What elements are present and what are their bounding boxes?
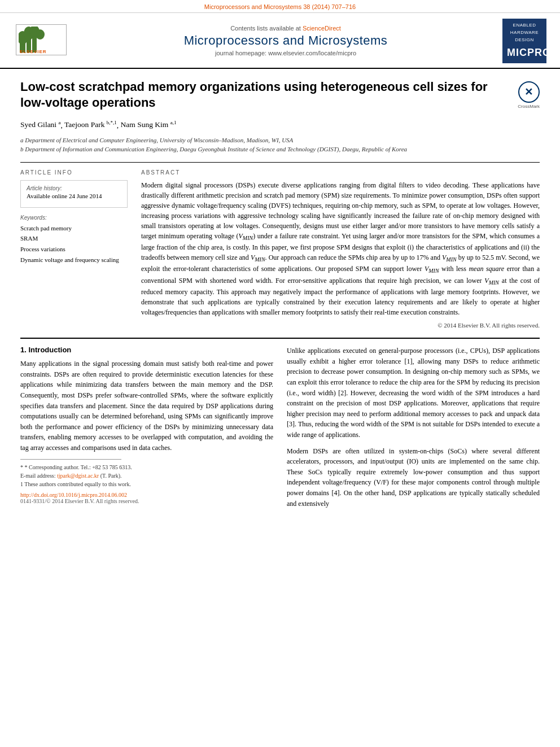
micpro-logo-area: ENABLED HARDWARE DESIGN MICPRO: [499, 19, 550, 63]
journal-center-info: Contents lists available at ScienceDirec…: [78, 25, 493, 56]
email-label-inner: E-mail address:: [20, 473, 57, 479]
issn-line: 0141-9331/© 2014 Elsevier B.V. All right…: [20, 498, 273, 504]
equal-contrib-note: 1 These authors contributed equally to t…: [20, 480, 273, 488]
keyword-item: Process variations: [20, 244, 128, 255]
abstract-text: Modern digital signal processors (DSPs) …: [141, 180, 540, 318]
micpro-label: MICPRO: [507, 46, 542, 60]
introduction-section: 1. Introduction Many applications in the…: [20, 346, 540, 514]
keywords-section: Keywords: Scratch pad memorySRAMProcess …: [20, 215, 128, 265]
journal-citation-text: Microprocessors and Microsystems 38 (201…: [204, 3, 356, 10]
abstract-column: ABSTRACT Modern digital signal processor…: [141, 169, 540, 329]
email-link-inner[interactable]: tjpark@dgist.ac.kr: [57, 473, 99, 479]
svg-text:ELSEVIER: ELSEVIER: [20, 49, 47, 54]
paper-title: Low-cost scratchpad memory organizations…: [20, 79, 540, 111]
authors-line: Syed Gilani a, Taejoon Park b,*,1, Nam S…: [20, 119, 540, 131]
elsevier-logo-area: ELSEVIER: [10, 24, 72, 57]
corresponding-text: * Corresponding author. Tel.: +82 53 785…: [25, 464, 132, 470]
homepage-text: journal homepage: www.elsevier.com/locat…: [78, 50, 493, 56]
doi-link[interactable]: http://dx.doi.org/10.1016/j.micpro.2014.…: [20, 492, 273, 498]
article-info-label: ARTICLE INFO: [20, 169, 128, 176]
crossmark-text: CrossMark: [518, 104, 540, 110]
divider-after-affiliations: [20, 162, 540, 163]
article-info-abstract-section: ARTICLE INFO Article history: Available …: [20, 169, 540, 329]
history-label: Article history:: [27, 185, 121, 191]
email-suffix-inner: (T. Park).: [99, 473, 121, 479]
body-divider: [20, 338, 540, 339]
affiliation-b: b Department of Information and Communic…: [20, 145, 540, 154]
journal-header: ELSEVIER Contents lists available at Sci…: [0, 13, 560, 69]
article-info-column: ARTICLE INFO Article history: Available …: [20, 169, 128, 329]
corresponding-author-note: * * Corresponding author. Tel.: +82 53 7…: [20, 463, 273, 471]
affiliation-a: a Department of Electrical and Computer …: [20, 136, 540, 145]
intro-title: Introduction: [28, 346, 71, 354]
intro-right-column: Unlike applications executed on general-…: [287, 346, 540, 514]
contents-line: Contents lists available at ScienceDirec…: [78, 25, 493, 32]
author-park: Taejoon Park b,*,1: [64, 120, 117, 129]
keywords-label: Keywords:: [20, 215, 128, 221]
keywords-list: Scratch pad memorySRAMProcess variations…: [20, 223, 128, 265]
journal-title: Microprocessors and Microsystems: [78, 33, 493, 48]
elsevier-logo-svg: ELSEVIER: [19, 27, 64, 54]
star-symbol: *: [20, 464, 25, 470]
footnotes: * * Corresponding author. Tel.: +82 53 7…: [20, 463, 273, 488]
doi-text: http://dx.doi.org/10.1016/j.micpro.2014.…: [20, 492, 127, 498]
crossmark-badge: ✕: [518, 81, 540, 103]
article-history-box: Article history: Available online 24 Jun…: [20, 180, 128, 208]
intro-right-text: Unlike applications executed on general-…: [287, 346, 540, 509]
footnote-divider: [20, 459, 121, 460]
main-content: ✕ CrossMark Low-cost scratchpad memory o…: [0, 69, 560, 525]
keyword-item: SRAM: [20, 233, 128, 244]
sciencedirect-link[interactable]: ScienceDirect: [303, 25, 341, 32]
intro-number: 1.: [20, 346, 27, 354]
micpro-box: ENABLED HARDWARE DESIGN MICPRO: [502, 19, 546, 63]
crossmark-area: ✕ CrossMark: [518, 81, 540, 110]
history-value: Available online 24 June 2014: [27, 193, 121, 199]
intro-heading: 1. Introduction: [20, 346, 273, 354]
keyword-item: Dynamic voltage and frequency scaling: [20, 255, 128, 265]
svg-point-6: [36, 29, 45, 40]
keyword-item: Scratch pad memory: [20, 223, 128, 234]
author-gilani: Syed Gilani a: [20, 120, 61, 129]
abstract-label: ABSTRACT: [141, 169, 540, 176]
email-note: E-mail address: tjpark@dgist.ac.kr (T. P…: [20, 471, 273, 480]
affiliations: a Department of Electrical and Computer …: [20, 136, 540, 154]
abstract-body: Modern digital signal processors (DSPs) …: [141, 181, 540, 317]
journal-citation-bar: Microprocessors and Microsystems 38 (201…: [0, 0, 560, 13]
author-kim: Nam Sung Kim a,1: [121, 120, 177, 129]
intro-left-text: Many applications in the signal processi…: [20, 359, 273, 453]
intro-left-column: 1. Introduction Many applications in the…: [20, 346, 273, 514]
copyright-line: © 2014 Elsevier B.V. All rights reserved…: [141, 322, 540, 329]
